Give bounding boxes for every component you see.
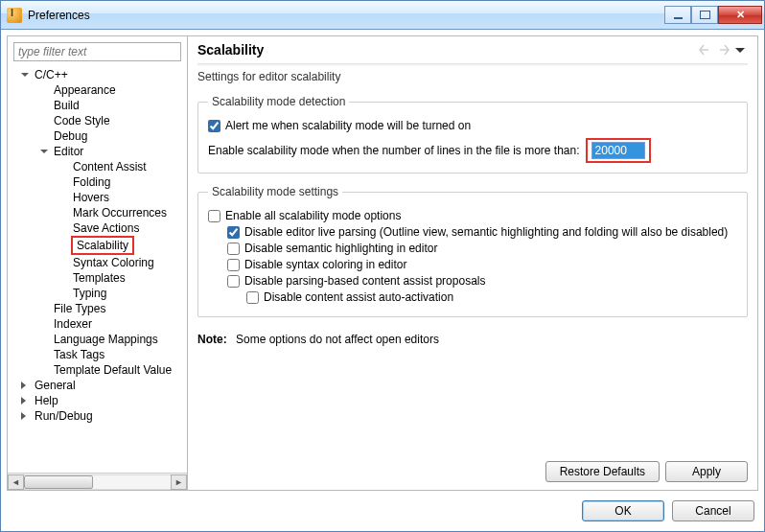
back-icon[interactable] <box>698 42 713 58</box>
note-prefix: Note: <box>197 333 227 346</box>
tree-item-typing[interactable]: Typing <box>12 286 187 301</box>
disable-live-checkbox[interactable] <box>227 226 240 239</box>
enable-all-checkbox[interactable] <box>208 210 220 222</box>
disable-autoact-checkbox[interactable] <box>246 291 259 304</box>
tree-item-debug[interactable]: Debug <box>12 128 187 144</box>
disable-live-row: Disable editor live parsing (Outline vie… <box>208 225 737 239</box>
filter-input[interactable] <box>13 42 181 61</box>
dialog-body: C/C++AppearanceBuildCode StyleDebugEdito… <box>1 30 764 531</box>
disable-parsing-checkbox[interactable] <box>227 275 240 288</box>
disable-autoact-label: Disable content assist auto-activation <box>264 290 453 304</box>
tree-item-scalability[interactable]: Scalability <box>12 236 187 255</box>
disable-syntax-label: Disable syntax coloring in editor <box>244 258 406 271</box>
scroll-thumb[interactable] <box>24 475 93 489</box>
threshold-highlight <box>586 138 651 163</box>
dialog-button-row: OK Cancel <box>7 491 758 525</box>
tree-item-content-assist[interactable]: Content Assist <box>12 159 187 174</box>
detection-legend: Scalability mode detection <box>208 95 349 108</box>
tree-item-run-debug[interactable]: Run/Debug <box>12 408 187 424</box>
tree-item-code-style[interactable]: Code Style <box>12 113 187 128</box>
maximize-button[interactable] <box>691 6 718 24</box>
preferences-tree[interactable]: C/C++AppearanceBuildCode StyleDebugEdito… <box>8 65 187 473</box>
threshold-label: Enable scalability mode when the number … <box>208 144 580 157</box>
menu-dropdown-icon[interactable] <box>732 42 748 58</box>
enable-all-label: Enable all scalability mode options <box>225 209 401 222</box>
disable-parsing-row: Disable parsing-based content assist pro… <box>208 274 737 288</box>
header-divider <box>197 63 748 66</box>
tree-item-build[interactable]: Build <box>12 98 187 113</box>
tree-item-mark-occurrences[interactable]: Mark Occurrences <box>12 205 187 220</box>
disable-sem-row: Disable semantic highlighting in editor <box>208 242 737 255</box>
threshold-row: Enable scalability mode when the number … <box>208 138 737 163</box>
tree-item-appearance[interactable]: Appearance <box>12 82 187 98</box>
cancel-button[interactable]: Cancel <box>672 500 754 521</box>
minimize-button[interactable] <box>664 6 691 24</box>
alert-checkbox[interactable] <box>208 120 220 132</box>
note-row: Note: Some options do not affect open ed… <box>197 333 748 346</box>
close-button[interactable] <box>718 6 762 24</box>
settings-legend: Scalability mode settings <box>208 185 342 198</box>
sidebar: C/C++AppearanceBuildCode StyleDebugEdito… <box>8 36 188 490</box>
restore-defaults-button[interactable]: Restore Defaults <box>545 461 660 482</box>
disable-sem-checkbox[interactable] <box>227 243 240 255</box>
filter-container <box>13 42 181 61</box>
window-buttons <box>664 6 762 24</box>
tree-item-template-default-value[interactable]: Template Default Value <box>12 362 187 378</box>
tree-item-label: Scalability <box>71 236 134 255</box>
scroll-left-icon[interactable]: ◄ <box>8 474 24 490</box>
forward-icon[interactable] <box>715 42 730 58</box>
tree-hscrollbar[interactable]: ◄ ► <box>8 473 187 490</box>
disable-parsing-label: Disable parsing-based content assist pro… <box>244 274 485 288</box>
disable-syntax-checkbox[interactable] <box>227 259 240 271</box>
page-subtitle: Settings for editor scalability <box>197 70 748 83</box>
tree-item-task-tags[interactable]: Task Tags <box>12 347 187 362</box>
tree-item-templates[interactable]: Templates <box>12 270 187 286</box>
alert-label: Alert me when scalability mode will be t… <box>225 119 471 132</box>
disable-live-label: Disable editor live parsing (Outline vie… <box>244 225 728 239</box>
ok-button[interactable]: OK <box>582 500 664 521</box>
tree-item-folding[interactable]: Folding <box>12 174 187 190</box>
disable-syntax-row: Disable syntax coloring in editor <box>208 258 737 271</box>
alert-row: Alert me when scalability mode will be t… <box>208 119 737 132</box>
tree-item-general[interactable]: General <box>12 378 187 393</box>
tree-item-save-actions[interactable]: Save Actions <box>12 220 187 236</box>
tree-item-help[interactable]: Help <box>12 393 187 408</box>
page-title: Scalability <box>197 42 696 58</box>
tree-item-hovers[interactable]: Hovers <box>12 190 187 205</box>
tree-item-editor[interactable]: Editor <box>12 144 187 159</box>
apply-button[interactable]: Apply <box>665 461 748 482</box>
page-panel: Scalability Settings for editor scalabil… <box>188 36 757 490</box>
titlebar: Preferences <box>1 1 764 30</box>
window-title: Preferences <box>28 9 664 22</box>
tree-item-syntax-coloring[interactable]: Syntax Coloring <box>12 255 187 270</box>
enable-all-row: Enable all scalability mode options <box>208 209 737 222</box>
page-button-row: Restore Defaults Apply <box>197 448 748 482</box>
tree-item-c-c-[interactable]: C/C++ <box>12 67 187 82</box>
threshold-input[interactable] <box>591 142 645 159</box>
content-split: C/C++AppearanceBuildCode StyleDebugEdito… <box>7 35 758 491</box>
tree-item-indexer[interactable]: Indexer <box>12 316 187 332</box>
disable-autoact-row: Disable content assist auto-activation <box>208 290 737 304</box>
disable-sem-label: Disable semantic highlighting in editor <box>244 242 437 255</box>
scroll-track[interactable] <box>24 474 171 490</box>
scroll-right-icon[interactable]: ► <box>171 474 187 490</box>
detection-group: Scalability mode detection Alert me when… <box>197 95 748 173</box>
app-icon <box>7 8 22 23</box>
page-header: Scalability <box>197 40 748 63</box>
note-text: Some options do not affect open editors <box>236 333 439 346</box>
settings-group: Scalability mode settings Enable all sca… <box>197 185 748 317</box>
tree-item-language-mappings[interactable]: Language Mappings <box>12 332 187 347</box>
tree-item-file-types[interactable]: File Types <box>12 301 187 316</box>
